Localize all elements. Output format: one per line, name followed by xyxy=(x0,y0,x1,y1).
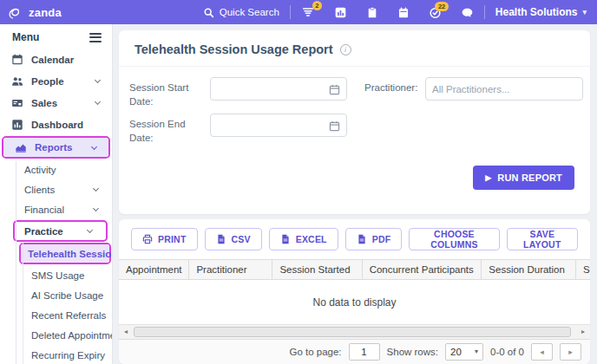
sidebar-item-label: AI Scribe Usage xyxy=(31,290,103,301)
column-header-status[interactable]: Status xyxy=(576,260,590,279)
hamburger-icon[interactable] xyxy=(89,33,102,42)
column-header-appointment[interactable]: Appointment xyxy=(119,260,189,279)
sidebar-item-activity[interactable]: Activity xyxy=(0,159,112,179)
search-icon xyxy=(203,7,214,18)
practitioner-input[interactable] xyxy=(432,84,576,94)
session-end-date-label: Session End Date: xyxy=(129,114,210,145)
play-icon: ▶ xyxy=(485,173,491,182)
reports-icon xyxy=(15,141,27,153)
sidebar-item-deleted-appointments[interactable]: Deleted Appointme... xyxy=(0,325,112,345)
sidebar-item-telehealth-sessions[interactable]: Telehealth Sessions xyxy=(21,244,109,263)
chevron-down-icon xyxy=(91,143,97,149)
bar-chart-icon[interactable] xyxy=(334,6,347,19)
column-header-practitioner[interactable]: Practitioner xyxy=(189,260,272,279)
sidebar-item-dashboard[interactable]: Dashboard xyxy=(0,114,112,135)
choose-columns-label: CHOOSE COLUMNS xyxy=(420,229,488,250)
csv-button[interactable]: CSV xyxy=(205,228,262,250)
calendar-icon[interactable] xyxy=(329,120,340,131)
sidebar-item-label: Dashboard xyxy=(31,120,83,130)
info-icon[interactable]: i xyxy=(340,44,351,55)
sidebar-item-calendar[interactable]: Calendar xyxy=(0,49,112,70)
sidebar-item-label: Sales xyxy=(31,98,57,108)
practitioner-label: Practitioner: xyxy=(364,77,425,101)
session-start-date-input[interactable] xyxy=(217,84,329,94)
tasks-check-icon[interactable]: 22 xyxy=(429,6,442,19)
sidebar-item-recent-referrals[interactable]: Recent Referrals xyxy=(0,305,112,325)
zanda-logo-icon xyxy=(7,4,23,21)
sidebar-item-label: Telehealth Sessions xyxy=(28,249,113,259)
excel-label: EXCEL xyxy=(296,234,327,244)
account-name: Health Solutions xyxy=(495,6,578,18)
calendar-icon[interactable] xyxy=(397,6,410,19)
print-label: PRINT xyxy=(158,234,187,244)
sidebar-item-sms-usage[interactable]: SMS Usage xyxy=(0,265,112,285)
sidebar-item-ai-scribe-usage[interactable]: AI Scribe Usage xyxy=(0,285,112,305)
previous-page-button[interactable]: ◂ xyxy=(531,343,553,361)
choose-columns-button[interactable]: CHOOSE COLUMNS xyxy=(409,228,499,250)
sidebar-item-practice[interactable]: Practice xyxy=(15,222,106,240)
quick-search[interactable]: Quick Search xyxy=(203,7,279,18)
top-bar: zanda Quick Search 2 xyxy=(0,0,597,24)
horizontal-scrollbar[interactable]: ◂ ▸ xyxy=(119,324,590,339)
run-report-button[interactable]: ▶ RUN REPORT xyxy=(473,166,574,190)
sidebar-item-label: Clients xyxy=(24,185,55,195)
next-page-button[interactable]: ▸ xyxy=(560,343,581,361)
quick-search-label: Quick Search xyxy=(220,7,279,17)
pdf-button[interactable]: PDF xyxy=(345,228,403,250)
sales-icon xyxy=(11,97,23,109)
sidebar: Menu Calendar People Sales xyxy=(0,24,113,364)
practitioner-field[interactable] xyxy=(425,77,583,101)
chevron-down-icon: ▾ xyxy=(582,8,587,16)
csv-label: CSV xyxy=(232,234,251,244)
chevron-down-icon xyxy=(95,77,101,83)
scroll-left-icon[interactable]: ◂ xyxy=(119,325,133,339)
sidebar-item-label: Activity xyxy=(24,165,56,175)
scrollbar-track[interactable] xyxy=(133,325,576,339)
telehealth-annotation-box: Telehealth Sessions xyxy=(19,243,111,264)
rows-per-page-select[interactable]: 20 ▾ xyxy=(445,343,483,361)
chat-icon[interactable] xyxy=(461,6,474,19)
chevron-down-icon xyxy=(93,185,99,192)
zanda-logo[interactable]: zanda xyxy=(7,4,113,21)
sidebar-item-reports[interactable]: Reports xyxy=(3,138,108,157)
sidebar-item-label: Deleted Appointme... xyxy=(31,330,113,341)
excel-button[interactable]: EXCEL xyxy=(269,228,338,250)
empty-state-message: No data to display xyxy=(119,280,590,324)
sidebar-item-clients[interactable]: Clients xyxy=(0,179,112,199)
menu-title: Menu xyxy=(12,31,39,43)
run-report-label: RUN REPORT xyxy=(497,172,562,183)
session-end-date-input[interactable] xyxy=(217,120,329,131)
sidebar-item-label: Calendar xyxy=(31,55,74,65)
save-layout-button[interactable]: SAVE LAYOUT xyxy=(507,228,578,250)
sidebar-item-label: Practice xyxy=(24,226,63,237)
tasks-badge: 22 xyxy=(435,2,448,11)
filter-icon[interactable]: 2 xyxy=(301,5,315,19)
save-layout-label: SAVE LAYOUT xyxy=(518,229,567,250)
pagination-bar: Go to page: Show rows: 20 ▾ 0-0 of 0 ◂ ▸ xyxy=(119,339,590,364)
session-start-date-field[interactable] xyxy=(210,77,347,101)
account-menu[interactable]: Health Solutions ▾ xyxy=(495,6,587,18)
clipboard-icon[interactable] xyxy=(366,6,378,19)
sidebar-item-sales[interactable]: Sales xyxy=(0,92,112,114)
print-button[interactable]: PRINT xyxy=(131,228,198,250)
chevron-down-icon xyxy=(93,205,99,211)
sidebar-item-people[interactable]: People xyxy=(0,70,112,92)
page-number-input[interactable] xyxy=(349,343,380,361)
column-header-concurrent-participants[interactable]: Concurrent Participants xyxy=(363,260,482,279)
people-icon xyxy=(11,75,23,88)
scrollbar-thumb[interactable] xyxy=(134,327,571,337)
go-to-page-label: Go to page: xyxy=(289,347,341,357)
show-rows-label: Show rows: xyxy=(387,347,438,357)
sidebar-item-financial[interactable]: Financial xyxy=(0,199,112,219)
session-end-date-field[interactable] xyxy=(210,114,347,137)
scroll-right-icon[interactable]: ▸ xyxy=(576,325,590,339)
column-header-session-started[interactable]: Session Started xyxy=(272,260,362,279)
sidebar-item-label: Financial xyxy=(24,205,64,215)
report-criteria-panel: Telehealth Session Usage Report i Sessio… xyxy=(119,30,590,214)
column-header-session-duration[interactable]: Session Duration xyxy=(482,260,576,279)
practice-annotation-box: Practice xyxy=(13,220,108,242)
calendar-icon[interactable] xyxy=(329,83,340,94)
table-header-row: Appointment Practitioner Session Started… xyxy=(119,259,590,280)
page-title: Telehealth Session Usage Report xyxy=(134,42,333,56)
sidebar-item-recurring-expiry[interactable]: Recurring Expiry xyxy=(0,345,112,364)
